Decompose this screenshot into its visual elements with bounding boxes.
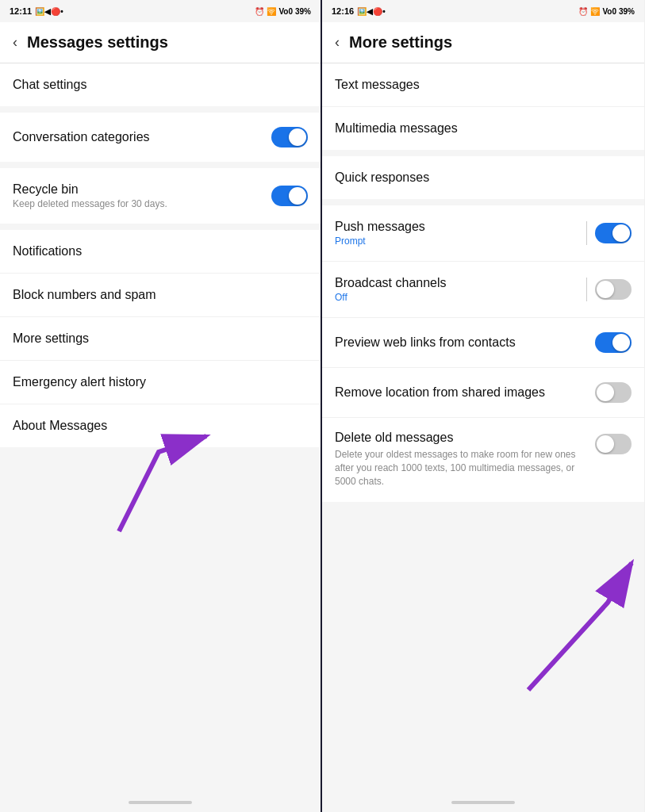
back-button-left[interactable]: ‹ [13,34,17,51]
remove-location-label: Remove location from shared images [335,385,595,400]
sidebar-item-remove-location[interactable]: Remove location from shared images [322,368,644,418]
signal-icon: Vo0 [278,7,293,16]
section-conversation: Conversation categories [0,113,321,162]
preview-web-links-toggle[interactable] [595,332,632,353]
signal-icon-right: Vo0 [602,7,616,16]
toggle-knob [597,281,614,298]
page-title-right: More settings [349,33,452,52]
alarm-icon-right: ⏰ [578,7,588,16]
notification-icons-right: 🖼️◀🔴• [357,7,386,16]
about-messages-label: About Messages [13,419,308,433]
section-chat: Chat settings [0,63,321,106]
sidebar-item-notifications[interactable]: Notifications [0,230,321,274]
sidebar-item-quick-responses[interactable]: Quick responses [322,156,644,199]
wifi-icon: 🛜 [267,7,276,16]
notification-icons-left: 🖼️◀🔴• [35,7,63,16]
preview-web-links-label: Preview web links from contacts [335,335,595,350]
sidebar-item-preview-web-links[interactable]: Preview web links from contacts [322,318,644,368]
block-numbers-label: Block numbers and spam [13,288,308,302]
broadcast-channels-label: Broadcast channels [335,276,578,290]
divider-broadcast [586,278,587,301]
text-messages-label: Text messages [335,78,420,92]
section-quick-responses: Quick responses [322,156,644,199]
status-bar-left: 12:11 🖼️◀🔴• ⏰ 🛜 Vo0 39% [0,0,321,22]
toggle-knob [289,187,306,205]
sidebar-item-push-messages[interactable]: Push messages Prompt [322,205,644,262]
recycle-bin-sublabel: Keep deleted messages for 30 days. [13,198,271,209]
quick-responses-label: Quick responses [335,170,429,185]
more-settings-label: More settings [13,331,308,346]
sidebar-item-conversation-categories[interactable]: Conversation categories [0,113,321,162]
toggle-knob [597,384,614,401]
sidebar-item-multimedia-messages[interactable]: Multimedia messages [322,107,644,150]
chat-settings-label: Chat settings [13,78,308,92]
delete-old-messages-sublabel: Delete your oldest messages to make room… [335,448,585,488]
delete-old-messages-toggle[interactable] [595,434,632,454]
back-button-right[interactable]: ‹ [335,34,340,51]
header-right: ‹ More settings [322,22,644,63]
section-text-multimedia: Text messages Multimedia messages [322,63,644,150]
settings-list-right: Text messages Multimedia messages Quick … [322,63,644,793]
settings-list-left: Chat settings Conversation categories Re… [0,63,321,793]
right-panel: 12:16 🖼️◀🔴• ⏰ 🛜 Vo0 39% ‹ More settings … [322,0,644,812]
notifications-label: Notifications [13,244,308,259]
toggle-knob [612,334,630,351]
remove-location-toggle[interactable] [595,382,632,403]
toggle-knob [289,128,306,146]
sidebar-item-text-messages[interactable]: Text messages [322,63,644,107]
sidebar-item-about-messages[interactable]: About Messages [0,404,321,447]
status-bar-right: 12:16 🖼️◀🔴• ⏰ 🛜 Vo0 39% [322,0,644,22]
wifi-icon-right: 🛜 [590,7,600,16]
time-right: 12:16 [332,6,354,16]
bottom-bar-right [322,793,644,812]
bottom-pill-left [129,801,192,804]
push-messages-label: Push messages [335,220,578,234]
recycle-bin-toggle[interactable] [271,186,308,206]
divider-push [586,221,587,245]
bottom-bar-left [0,793,321,812]
battery-left: 39% [295,7,311,16]
delete-old-messages-label: Delete old messages [335,431,585,445]
header-left: ‹ Messages settings [0,22,321,63]
sidebar-item-chat-settings[interactable]: Chat settings [0,63,321,106]
section-other: Notifications Block numbers and spam Mor… [0,230,321,447]
section-recycle: Recycle bin Keep deleted messages for 30… [0,168,321,224]
broadcast-channels-sublabel: Off [335,292,578,303]
left-panel: 12:11 🖼️◀🔴• ⏰ 🛜 Vo0 39% ‹ Messages setti… [0,0,322,812]
multimedia-messages-label: Multimedia messages [335,121,458,136]
sidebar-item-delete-old-messages[interactable]: Delete old messages Delete your oldest m… [322,418,644,502]
sidebar-item-broadcast-channels[interactable]: Broadcast channels Off [322,262,644,318]
page-title-left: Messages settings [27,33,168,52]
bottom-pill-right [451,801,515,804]
sidebar-item-emergency-alert[interactable]: Emergency alert history [0,361,321,404]
alarm-icon: ⏰ [255,7,264,16]
recycle-bin-label: Recycle bin [13,182,271,197]
toggle-knob [612,224,630,242]
sidebar-item-more-settings[interactable]: More settings [0,317,321,361]
section-advanced: Push messages Prompt Broadcast channels … [322,205,644,502]
conversation-categories-toggle[interactable] [271,127,308,147]
battery-right: 39% [619,7,635,16]
emergency-alert-label: Emergency alert history [13,375,308,389]
conversation-categories-label: Conversation categories [13,130,271,144]
toggle-knob [597,435,614,453]
broadcast-channels-toggle[interactable] [595,279,632,300]
sidebar-item-recycle-bin[interactable]: Recycle bin Keep deleted messages for 30… [0,168,321,224]
sidebar-item-block-numbers[interactable]: Block numbers and spam [0,274,321,317]
time-left: 12:11 [10,6,32,16]
push-messages-toggle[interactable] [595,223,632,243]
push-messages-sublabel: Prompt [335,236,578,247]
